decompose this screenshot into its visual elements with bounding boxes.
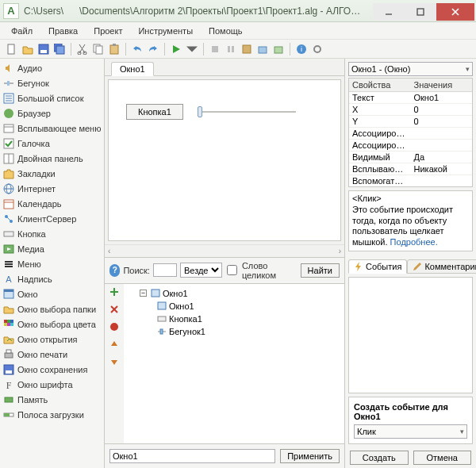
toolbox-item-memory[interactable]: Память [0, 392, 104, 407]
toolbox-item-font-dlg[interactable]: FОкно шрифта [0, 377, 104, 392]
tree-child-begunok1[interactable]: Бегунок1 [129, 325, 340, 338]
pause-icon[interactable] [224, 42, 238, 56]
prop-value[interactable]: Никакой [411, 163, 473, 175]
search-input[interactable] [153, 263, 177, 277]
prop-row[interactable]: Ассоциирован... [349, 128, 472, 140]
cut-icon[interactable] [75, 42, 90, 56]
toolbox-item-slider[interactable]: Бегунок [0, 75, 104, 90]
stop-icon[interactable] [208, 42, 222, 56]
tree-add-icon[interactable] [109, 287, 119, 298]
toolbox-item-listbox[interactable]: Большой список [0, 90, 104, 105]
collapse-icon[interactable]: − [140, 290, 147, 297]
prop-row[interactable]: Вспомогатель... [349, 175, 472, 187]
help-icon[interactable]: ? [109, 264, 120, 277]
info-icon[interactable]: i [294, 42, 309, 56]
tree-up-icon[interactable] [109, 339, 119, 351]
menu-file[interactable]: Файл [6, 25, 37, 37]
toolbox-item-media[interactable]: Медиа [0, 241, 104, 256]
prop-value[interactable]: Да [411, 152, 473, 163]
prop-value[interactable]: 0 [411, 116, 473, 127]
prop-row[interactable]: ТекстОкно1 [349, 92, 472, 104]
settings-icon[interactable] [310, 42, 324, 56]
prop-row[interactable]: X0 [349, 104, 472, 116]
events-list[interactable] [348, 277, 473, 393]
maximize-button[interactable] [405, 3, 436, 21]
compile-icon[interactable] [240, 42, 254, 56]
tree-child-okno1[interactable]: Окно1 [129, 300, 340, 313]
hint-link[interactable]: Подробнее. [390, 237, 438, 247]
toolbox-item-calendar[interactable]: Календарь [0, 196, 104, 211]
whole-word-checkbox[interactable] [227, 265, 237, 275]
toolbox-item-save-dlg[interactable]: Окно сохранения [0, 362, 104, 377]
save-icon[interactable] [36, 42, 51, 56]
designer-tab-okno1[interactable]: Окно1 [111, 62, 154, 76]
event-kind-select[interactable]: Клик ▾ [354, 424, 467, 439]
prop-row[interactable]: ВидимыйДа [349, 152, 472, 163]
toolbox-item-progress[interactable]: Полоса загрузки [0, 407, 104, 422]
prop-value[interactable]: 0 [411, 104, 473, 115]
toolbox-item-split[interactable]: Двойная панель [0, 151, 104, 166]
property-grid[interactable]: Свойства Значения ТекстОкно1X0Y0Ассоциир… [348, 78, 473, 187]
toolbox-sidebar[interactable]: АудиоБегунокБольшой списокБраузерВсплыва… [0, 59, 105, 468]
designer-slider-begunok1[interactable] [198, 105, 296, 118]
undo-icon[interactable] [130, 42, 144, 56]
toolbox-item-open-dlg[interactable]: Окно открытия [0, 332, 104, 347]
copy-icon[interactable] [91, 42, 106, 56]
tree-down-icon[interactable] [109, 357, 119, 368]
menu-edit[interactable]: Правка [44, 25, 83, 37]
prop-row[interactable]: Ассоциироват... [349, 140, 472, 152]
apply-name-button[interactable]: Применить [280, 449, 340, 463]
menu-project[interactable]: Проект [89, 25, 127, 37]
toolbox-item-browser[interactable]: Браузер [0, 105, 104, 121]
menu-tools[interactable]: Инструменты [133, 25, 198, 37]
prop-value[interactable] [411, 175, 473, 186]
toolbox-item-popup[interactable]: Всплывающее меню [0, 121, 104, 136]
tree-root[interactable]: − Окно1 [129, 287, 340, 300]
run-icon[interactable] [169, 42, 183, 56]
toolbox-item-window[interactable]: Окно [0, 286, 104, 301]
prop-value[interactable] [411, 128, 473, 139]
tree-record-icon[interactable] [109, 322, 119, 333]
toolbox-item-audio[interactable]: Аудио [0, 60, 104, 75]
canvas-scrollbar[interactable]: ‹› [105, 244, 344, 257]
package-icon[interactable] [271, 42, 286, 56]
run-dropdown-icon[interactable] [185, 42, 199, 56]
open-icon[interactable] [21, 42, 35, 56]
redo-icon[interactable] [146, 42, 160, 56]
object-selector[interactable]: Окно1 - (Окно) ▾ [348, 62, 473, 76]
minimize-button[interactable] [373, 3, 405, 21]
build-icon[interactable] [255, 42, 270, 56]
designer-button-knopka1[interactable]: Кнопка1 [126, 104, 183, 120]
designer-canvas[interactable]: Кнопка1 [108, 79, 341, 241]
toolbox-item-button[interactable]: Кнопка [0, 226, 104, 241]
tree-delete-icon[interactable] [109, 305, 119, 316]
tree-child-knopka1[interactable]: Кнопка1 [129, 313, 340, 325]
object-tree[interactable]: − Окно1 Окно1 Кнопка1 Бегунок1 [124, 284, 344, 444]
tab-comments[interactable]: Комментарии [407, 259, 476, 274]
menu-help[interactable]: Помощь [204, 25, 248, 37]
tab-events[interactable]: События [348, 259, 407, 274]
search-scope-select[interactable]: Везде [180, 263, 222, 278]
toolbox-item-check[interactable]: Галочка [0, 136, 104, 151]
close-button[interactable] [436, 3, 474, 21]
paste-icon[interactable] [107, 42, 121, 56]
toolbox-item-web[interactable]: Интернет [0, 181, 104, 196]
toolbox-item-menu[interactable]: Меню [0, 256, 104, 271]
toolbox-item-folder-dlg[interactable]: Окно выбора папки [0, 301, 104, 316]
cancel-event-button[interactable]: Отмена [413, 451, 472, 465]
toolbox-item-tabs[interactable]: Закладки [0, 166, 104, 181]
toolbox-item-print-dlg[interactable]: Окно печати [0, 347, 104, 362]
new-icon[interactable] [5, 42, 19, 56]
create-event-button[interactable]: Создать [350, 451, 409, 465]
prop-row[interactable]: Всплывающее ...Никакой [349, 163, 472, 175]
prop-value[interactable]: Окно1 [411, 92, 473, 103]
toolbox-item-color-dlg[interactable]: Окно выбора цвета [0, 316, 104, 332]
prop-value[interactable] [411, 140, 473, 151]
find-button[interactable]: Найти [301, 263, 340, 278]
svg-text:F: F [6, 380, 12, 390]
save-all-icon[interactable] [52, 42, 67, 56]
toolbox-item-label[interactable]: AНадпись [0, 271, 104, 286]
toolbox-item-network[interactable]: КлиентСервер [0, 211, 104, 226]
prop-row[interactable]: Y0 [349, 116, 472, 128]
object-name-input[interactable] [109, 449, 275, 463]
